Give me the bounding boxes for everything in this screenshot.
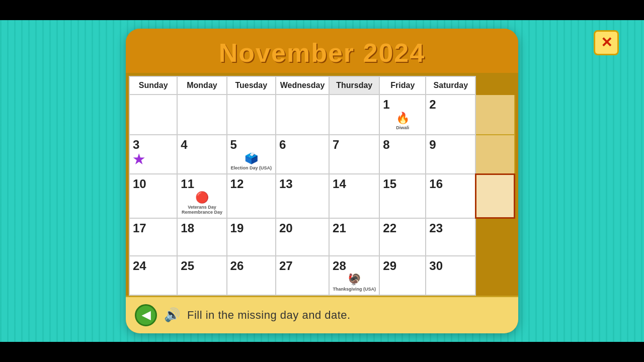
diwali-label: Diwali <box>396 126 409 131</box>
w1-wed <box>276 95 329 135</box>
col-saturday: Saturday <box>426 76 475 95</box>
footer: ◀ 🔊 Fill in the missing day and date. <box>126 296 518 333</box>
w3-mon: 11 🔴 Veterans DayRemembrance Day <box>177 174 226 218</box>
date-14: 14 <box>333 177 376 191</box>
date-5: 5 <box>230 138 272 152</box>
veterans-event: 🔴 Veterans DayRemembrance Day <box>181 191 223 215</box>
date-22: 22 <box>383 221 422 235</box>
date-29: 29 <box>383 259 422 273</box>
w3-side <box>475 174 514 218</box>
w5-sun: 24 <box>129 256 177 295</box>
bottom-black-bar <box>0 342 644 362</box>
w1-sun <box>129 95 177 135</box>
date-13: 13 <box>279 177 326 191</box>
date-18: 18 <box>181 221 223 235</box>
w4-mon: 18 <box>177 218 226 256</box>
date-3: 3 <box>133 138 174 152</box>
col-wednesday: Wednesday <box>276 76 329 95</box>
w3-wed: 13 <box>276 174 329 218</box>
col-sunday: Sunday <box>129 76 177 95</box>
thanksgiving-label: Thanksgiving (USA) <box>333 287 376 292</box>
date-11: 11 <box>181 177 223 191</box>
date-19: 19 <box>230 221 272 235</box>
diwali-event: 🔥 Diwali <box>383 112 422 131</box>
w4-wed: 20 <box>276 218 329 256</box>
date-1: 1 <box>383 98 422 112</box>
election-event: 🗳️ Election Day (USA) <box>230 152 272 171</box>
w2-side <box>475 135 514 174</box>
w2-sat: 9 <box>426 135 475 174</box>
w5-tue: 26 <box>227 256 276 295</box>
w3-thu: 14 <box>329 174 379 218</box>
w1-thu <box>329 95 379 135</box>
date-21: 21 <box>333 221 376 235</box>
close-button[interactable]: ✕ <box>594 30 619 55</box>
w4-side <box>475 218 514 256</box>
col-monday: Monday <box>177 76 226 95</box>
week-3: 10 11 🔴 Veterans DayRemembrance Day 1 <box>129 174 515 218</box>
thanksgiving-event: 🦃 Thanksgiving (USA) <box>333 273 376 292</box>
date-10: 10 <box>133 177 174 191</box>
date-23: 23 <box>429 221 472 235</box>
month-label: November <box>219 38 355 67</box>
calendar-header: November 2024 <box>126 29 518 73</box>
col-friday: Friday <box>379 76 426 95</box>
col-extra-header <box>475 76 514 95</box>
week-5: 24 25 26 27 28 <box>129 256 515 295</box>
w4-tue: 19 <box>227 218 276 256</box>
instruction-text: Fill in the missing day and date. <box>187 309 351 322</box>
w3-tue: 12 <box>227 174 276 218</box>
back-button[interactable]: ◀ <box>135 304 157 326</box>
w5-sat: 30 <box>426 256 475 295</box>
date-6: 6 <box>279 138 326 152</box>
w3-fri: 15 <box>379 174 426 218</box>
w5-fri: 29 <box>379 256 426 295</box>
week-2: 3 ★ 4 5 🗳️ Election Day (USA) <box>129 135 515 174</box>
w1-fri: 1 🔥 Diwali <box>379 95 426 135</box>
calendar-body: Sunday Monday Tuesday Wednesday Thursday… <box>126 73 518 296</box>
w1-tue <box>227 95 276 135</box>
col-tuesday: Tuesday <box>227 76 276 95</box>
date-26: 26 <box>230 259 272 273</box>
w2-wed: 6 <box>276 135 329 174</box>
week-4: 17 18 19 20 21 <box>129 218 515 256</box>
date-30: 30 <box>429 259 472 273</box>
w5-wed: 27 <box>276 256 329 295</box>
background: November 2024 Sunday Monday Tuesday Wedn… <box>0 20 644 342</box>
election-icon: 🗳️ <box>245 152 258 165</box>
day-headers-row: Sunday Monday Tuesday Wednesday Thursday… <box>129 76 515 95</box>
date-7: 7 <box>333 138 376 152</box>
w2-mon: 4 <box>177 135 226 174</box>
close-icon: ✕ <box>601 36 612 50</box>
date-2: 2 <box>429 98 472 112</box>
calendar-table: Sunday Monday Tuesday Wednesday Thursday… <box>129 76 515 296</box>
date-9: 9 <box>429 138 472 152</box>
date-8: 8 <box>383 138 422 152</box>
w3-sat: 16 <box>426 174 475 218</box>
w5-mon: 25 <box>177 256 226 295</box>
audio-icon[interactable]: 🔊 <box>164 307 180 323</box>
date-4: 4 <box>181 138 223 152</box>
w4-sun: 17 <box>129 218 177 256</box>
diwali-icon: 🔥 <box>396 112 410 125</box>
w5-thu: 28 🦃 Thanksgiving (USA) <box>329 256 379 295</box>
veterans-label: Veterans DayRemembrance Day <box>182 205 222 215</box>
year-label: 2024 <box>363 38 426 67</box>
date-28: 28 <box>333 259 376 273</box>
turkey-icon: 🦃 <box>348 273 361 286</box>
w4-fri: 22 <box>379 218 426 256</box>
date-17: 17 <box>133 221 174 235</box>
poppy-icon: 🔴 <box>195 191 209 204</box>
week-1: 1 🔥 Diwali 2 <box>129 95 515 135</box>
election-label: Election Day (USA) <box>231 166 272 171</box>
date-27: 27 <box>279 259 326 273</box>
date-12: 12 <box>230 177 272 191</box>
date-16: 16 <box>429 177 472 191</box>
date-24: 24 <box>133 259 174 273</box>
w2-thu: 7 <box>329 135 379 174</box>
w4-thu: 21 <box>329 218 379 256</box>
w2-sun: 3 ★ <box>129 135 177 174</box>
top-black-bar <box>0 0 644 20</box>
w3-sun: 10 <box>129 174 177 218</box>
w1-side <box>475 95 514 135</box>
